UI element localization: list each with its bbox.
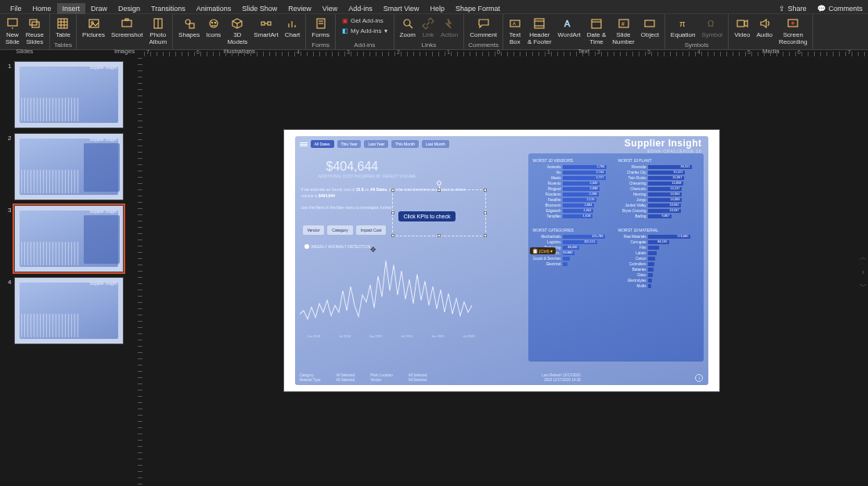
smartart-button[interactable]: SmartArt — [251, 16, 281, 40]
symbol-icon: Ω — [706, 17, 719, 30]
resize-handle[interactable] — [438, 189, 441, 192]
resize-handle[interactable] — [438, 234, 441, 237]
link-button[interactable]: Link — [420, 16, 437, 40]
slide-number-button[interactable]: #Slide Number — [610, 16, 636, 47]
comment-button[interactable]: Comment — [467, 16, 499, 40]
object-button[interactable]: Object — [639, 16, 661, 40]
zoom-button[interactable]: Zoom — [398, 16, 418, 40]
wordart-button[interactable]: AWordArt — [556, 16, 583, 40]
my-addins-button[interactable]: ◧My Add-ins ▾ — [342, 27, 387, 34]
video-button[interactable]: Video — [732, 16, 752, 40]
comments-label: Comments — [828, 3, 863, 14]
resize-handle[interactable] — [484, 189, 487, 192]
icons-button[interactable]: Icons — [203, 16, 223, 40]
chevron-down-icon[interactable]: ﹀ — [859, 281, 867, 292]
chevron-up-icon[interactable]: ︿ — [859, 252, 867, 263]
menu-file[interactable]: File — [5, 3, 27, 14]
menu-home[interactable]: Home — [27, 3, 57, 14]
slide-thumbnail-panel[interactable]: 1 Supplier Insight 2 Supplier Insight 3 … — [0, 58, 136, 486]
resize-handle[interactable] — [484, 211, 487, 214]
new-slide-button[interactable]: New Slide — [3, 16, 22, 47]
textbox-button[interactable]: AText Box — [506, 16, 524, 47]
3d-models-button[interactable]: 3D Models — [225, 16, 250, 47]
smartart-label: SmartArt — [254, 31, 279, 38]
forms-button[interactable]: Forms — [309, 16, 332, 40]
forms-icon — [315, 17, 327, 30]
bar-item: Controllers — [618, 262, 699, 266]
slide-canvas[interactable]: All Dates This Year Last Year This Month… — [144, 58, 859, 486]
screen-recording-button[interactable]: Screen Recording — [776, 16, 809, 47]
3d-models-label: 3D Models — [227, 31, 247, 45]
share-button[interactable]: ⇪Share — [773, 3, 812, 14]
slide[interactable]: All Dates This Year Last Year This Month… — [284, 130, 719, 391]
audio-label: Audio — [756, 31, 772, 38]
resize-handle[interactable] — [391, 211, 394, 214]
rotate-handle[interactable] — [437, 181, 441, 185]
bar-item: Henning14,094 — [618, 193, 699, 196]
resize-handle[interactable] — [391, 234, 394, 237]
vertical-ruler[interactable] — [136, 58, 144, 486]
horizontal-ruler-row — [0, 50, 868, 58]
screenshot-button[interactable]: Screenshot — [109, 16, 145, 40]
photo-album-button[interactable]: Photo Album — [146, 16, 169, 47]
table-button[interactable]: Table — [53, 16, 73, 40]
callout-shape[interactable]: Click KPIs to check — [398, 211, 456, 221]
menu-insert[interactable]: Insert — [57, 3, 86, 14]
hamburger-icon — [300, 142, 308, 146]
link-label: Link — [423, 31, 434, 38]
horizontal-ruler[interactable] — [144, 50, 868, 58]
chevron-left-icon[interactable]: ‹ — [862, 268, 864, 276]
chart-label: Chart — [285, 31, 301, 38]
menu-shapeformat[interactable]: Shape Format — [450, 3, 506, 14]
audio-button[interactable]: Audio — [754, 16, 774, 40]
dot-icon — [304, 244, 309, 249]
menu-addins[interactable]: Add-ins — [343, 3, 378, 14]
shapes-button[interactable]: Shapes — [176, 16, 202, 40]
menu-transitions[interactable]: Transitions — [146, 3, 191, 14]
wordart-label: WordArt — [558, 31, 581, 38]
chart-title: WEEKLY ANOMALY DETECTION — [304, 244, 371, 249]
slide-thumbnail-4[interactable]: Supplier Insight — [14, 277, 124, 344]
resize-handle[interactable] — [484, 234, 487, 237]
menu-draw[interactable]: Draw — [85, 3, 113, 14]
get-addins-button[interactable]: ▣Get Add-ins — [342, 17, 387, 24]
resize-handle[interactable] — [391, 189, 394, 192]
wordart-icon: A — [563, 17, 575, 30]
symbol-button[interactable]: ΩSymbol — [699, 16, 725, 40]
menu-design[interactable]: Design — [113, 3, 146, 14]
cube-icon — [231, 17, 243, 30]
chart-icon — [286, 17, 299, 30]
pictures-button[interactable]: Pictures — [80, 16, 107, 40]
menu-help[interactable]: Help — [425, 3, 451, 14]
slide-thumbnail-2[interactable]: Supplier Insight — [14, 133, 124, 200]
video-icon — [736, 17, 748, 30]
comments-button[interactable]: 💬Comments — [812, 3, 868, 14]
new-slide-icon — [6, 17, 19, 30]
kpi-value: $404,644 — [326, 160, 379, 174]
svg-marker-33 — [446, 19, 451, 28]
reuse-slides-button[interactable]: Reuse Slides — [23, 16, 46, 47]
menu-slideshow[interactable]: Slide Show — [236, 3, 283, 14]
header-footer-button[interactable]: Header & Footer — [525, 16, 554, 47]
menu-animations[interactable]: Animations — [191, 3, 237, 14]
bar-item: Molds — [618, 284, 699, 288]
chart-button[interactable]: Chart — [283, 16, 303, 40]
info-icon: i — [695, 374, 703, 382]
menu-review[interactable]: Review — [283, 3, 317, 14]
menu-smartview[interactable]: Smart View — [378, 3, 425, 14]
slide-thumbnail-1[interactable]: Supplier Insight — [14, 61, 124, 128]
bar-item: Fluxdamn2,268 — [533, 193, 614, 196]
bar-item: Riverside18,551 — [618, 165, 699, 169]
svg-text:A: A — [513, 21, 516, 26]
reuse-slides-icon — [28, 17, 41, 30]
paste-options-badge[interactable]: 📋(Ctrl) ▾ — [530, 247, 556, 254]
store-icon: ▣ — [342, 17, 348, 24]
action-button[interactable]: Action — [438, 16, 460, 40]
nav-pill: Last Month — [422, 140, 449, 148]
slide-thumbnail-3[interactable]: Supplier Insight — [14, 205, 124, 272]
equation-button[interactable]: πEquation — [668, 16, 698, 40]
photo-album-label: Photo Album — [149, 31, 167, 45]
svg-rect-22 — [261, 22, 265, 25]
menu-view[interactable]: View — [317, 3, 343, 14]
date-time-button[interactable]: Date & Time — [585, 16, 608, 47]
